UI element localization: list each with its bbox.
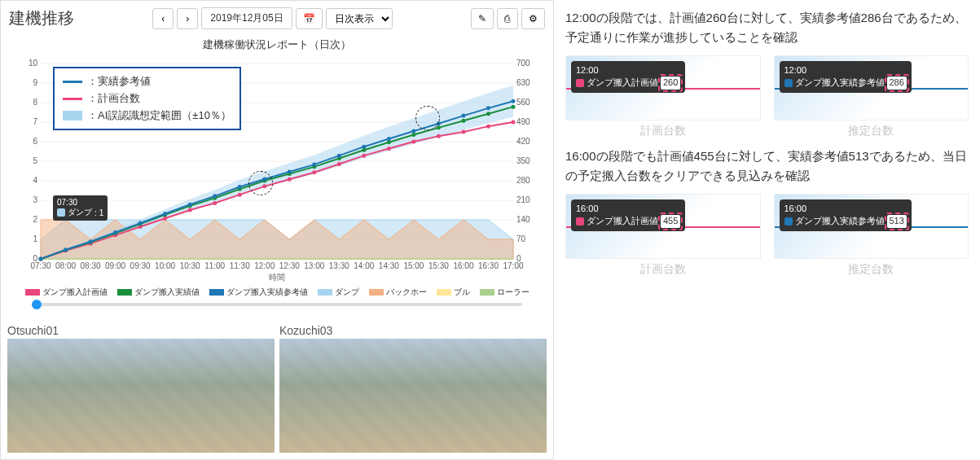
edit-button[interactable]: ✎ xyxy=(471,8,494,29)
svg-text:350: 350 xyxy=(516,156,530,165)
legend-item[interactable]: ブル xyxy=(437,287,470,298)
svg-text:10:30: 10:30 xyxy=(180,261,200,270)
svg-point-64 xyxy=(288,177,292,182)
svg-text:時間: 時間 xyxy=(269,273,285,282)
explanation-1600: 16:00の段階でも計画値455台に対して、実績参考値513であるため、当日の予… xyxy=(565,147,969,186)
svg-text:16:00: 16:00 xyxy=(453,261,473,270)
svg-text:3: 3 xyxy=(33,195,37,204)
time-slider-row xyxy=(7,301,547,308)
next-day-button[interactable]: › xyxy=(177,8,198,29)
print-button[interactable]: ⎙ xyxy=(497,8,518,29)
prev-day-button[interactable]: ‹ xyxy=(152,8,174,29)
svg-text:8: 8 xyxy=(33,98,37,107)
chart-legend-overlay: ：実績参考値 ：計画台数 ：AI誤認識想定範囲（±10％） xyxy=(53,67,241,130)
svg-text:07:30: 07:30 xyxy=(30,261,51,270)
svg-point-68 xyxy=(387,147,391,151)
calendar-button[interactable]: 📅 xyxy=(296,8,323,29)
svg-point-105 xyxy=(312,163,316,167)
view-mode-select[interactable]: 日次表示 xyxy=(326,8,393,29)
legend-item[interactable]: ダンプ搬入実績参考値 xyxy=(209,287,308,298)
svg-text:70: 70 xyxy=(516,234,526,243)
svg-point-112 xyxy=(486,106,490,110)
legend-item[interactable]: ダンプ搬入実績値 xyxy=(117,287,200,298)
camera-2-title: Kozuchi03 xyxy=(279,324,547,337)
header-bar: 建機推移 ‹ › 2019年12月05日 📅 日次表示 ✎ ⎙ ⚙ xyxy=(4,4,550,33)
svg-point-62 xyxy=(238,193,242,197)
dashboard-panel: 建機推移 ‹ › 2019年12月05日 📅 日次表示 ✎ ⎙ ⚙ 建機稼働状況… xyxy=(0,0,554,460)
svg-point-111 xyxy=(461,114,465,118)
chart-container: 建機稼働状況レポート（日次） ：実績参考値 ：計画台数 ：AI誤認識想定範囲（±… xyxy=(4,33,550,321)
camera-1-title: Otsuchi01 xyxy=(7,324,275,337)
svg-text:140: 140 xyxy=(516,215,530,224)
tooltip-detail-1600-actual: 16:00 ダンプ搬入実績参考値 513 xyxy=(774,194,969,259)
svg-text:08:30: 08:30 xyxy=(81,261,101,270)
svg-point-60 xyxy=(188,208,192,212)
svg-text:09:00: 09:00 xyxy=(105,261,125,270)
svg-point-69 xyxy=(411,140,415,144)
svg-text:09:30: 09:30 xyxy=(130,261,151,270)
settings-button[interactable]: ⚙ xyxy=(521,8,545,29)
svg-text:5: 5 xyxy=(33,156,37,165)
svg-text:16:30: 16:30 xyxy=(478,261,499,270)
chart-title: 建機稼働状況レポート（日次） xyxy=(7,37,547,52)
svg-text:700: 700 xyxy=(516,59,530,68)
svg-point-103 xyxy=(262,177,266,181)
svg-point-96 xyxy=(89,239,93,243)
svg-text:560: 560 xyxy=(516,98,530,107)
time-slider[interactable] xyxy=(32,303,522,306)
svg-text:15:30: 15:30 xyxy=(428,261,449,270)
svg-text:6: 6 xyxy=(33,137,37,146)
svg-text:11:00: 11:00 xyxy=(204,261,225,270)
svg-text:14:00: 14:00 xyxy=(354,261,374,270)
svg-text:17:00: 17:00 xyxy=(503,261,523,270)
svg-text:4: 4 xyxy=(33,176,37,185)
annotation-panel: 12:00の段階では、計画値260台に対して、実績参考値286台であるため、予定… xyxy=(554,0,980,460)
svg-point-106 xyxy=(337,154,341,158)
svg-point-73 xyxy=(512,120,516,125)
svg-point-90 xyxy=(437,125,441,129)
svg-text:15:00: 15:00 xyxy=(403,261,424,270)
svg-point-61 xyxy=(213,201,217,205)
svg-point-67 xyxy=(362,154,366,158)
calendar-icon: 📅 xyxy=(303,13,315,24)
svg-point-93 xyxy=(512,105,516,109)
tooltip-detail-1200-actual: 12:00 ダンプ搬入実績参考値 286 xyxy=(774,55,969,120)
svg-point-109 xyxy=(411,129,415,133)
svg-point-63 xyxy=(262,184,266,188)
camera-row: Otsuchi01 Kozuchi03 xyxy=(4,321,550,456)
svg-text:1: 1 xyxy=(33,234,37,243)
svg-text:10: 10 xyxy=(29,59,38,68)
legend-item[interactable]: バックホー xyxy=(369,287,427,298)
svg-text:210: 210 xyxy=(516,195,530,204)
svg-text:12:00: 12:00 xyxy=(254,261,275,270)
slider-thumb[interactable] xyxy=(32,300,42,309)
legend-item[interactable]: ローラー xyxy=(480,287,530,298)
svg-point-72 xyxy=(486,125,490,129)
svg-point-110 xyxy=(437,121,441,125)
svg-point-66 xyxy=(337,162,341,166)
legend-item[interactable]: ダンプ搬入計画値 xyxy=(25,287,108,298)
svg-point-107 xyxy=(362,145,366,149)
legend-item[interactable]: ダンプ xyxy=(318,287,359,298)
svg-point-95 xyxy=(64,248,68,252)
svg-point-94 xyxy=(39,257,43,261)
camera-2-feed[interactable] xyxy=(279,339,547,453)
svg-point-92 xyxy=(486,112,490,116)
settings-icon: ⚙ xyxy=(529,13,538,24)
svg-point-71 xyxy=(461,130,465,134)
edit-icon: ✎ xyxy=(478,13,486,24)
svg-point-99 xyxy=(163,212,167,216)
explanation-1200: 12:00の段階では、計画値260台に対して、実績参考値286台であるため、予定… xyxy=(565,8,969,47)
svg-text:9: 9 xyxy=(33,78,37,87)
chart-series-legend: ダンプ搬入計画値ダンプ搬入実績値ダンプ搬入実績参考値ダンプバックホーブルローラー xyxy=(7,283,547,301)
svg-point-91 xyxy=(461,119,465,123)
svg-text:13:00: 13:00 xyxy=(304,261,324,270)
svg-text:630: 630 xyxy=(516,78,530,87)
svg-point-89 xyxy=(411,133,415,137)
current-date: 2019年12月05日 xyxy=(201,7,292,29)
tooltip-detail-1600-plan: 16:00 ダンプ搬入計画値 455 xyxy=(565,194,761,259)
svg-text:420: 420 xyxy=(516,137,530,146)
svg-point-113 xyxy=(512,99,516,103)
svg-text:08:00: 08:00 xyxy=(55,261,76,270)
camera-1-feed[interactable] xyxy=(7,339,275,453)
